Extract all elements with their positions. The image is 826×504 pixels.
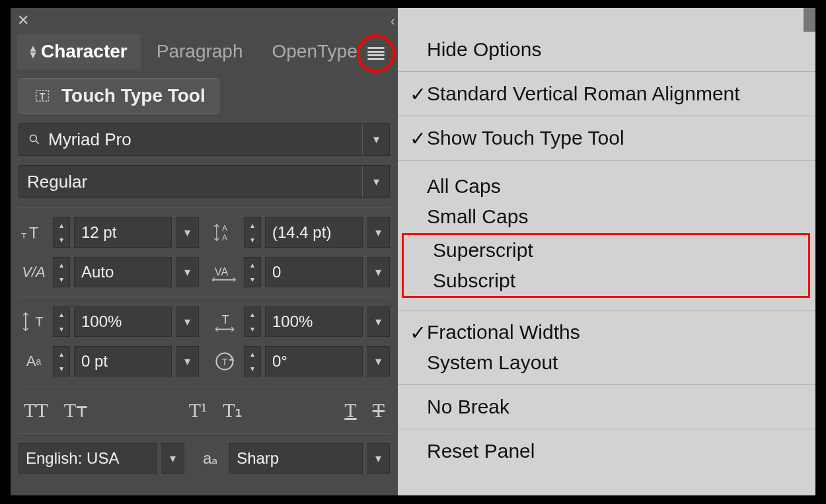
all-caps-toggle[interactable]: TT (24, 399, 48, 421)
svg-text:A: A (222, 233, 228, 242)
menu-item-small-caps[interactable]: Small Caps (398, 201, 815, 232)
chevron-down-icon[interactable]: ▾ (362, 124, 389, 155)
check-icon: ✓ (410, 83, 427, 106)
menu-separator (398, 160, 815, 161)
chevron-down-icon[interactable]: ▾ (367, 346, 390, 377)
subscript-toggle[interactable]: T₁ (223, 398, 243, 421)
horizontal-scale-control: T ▴▾ 100% ▾ (209, 306, 390, 337)
strikethrough-toggle[interactable]: T (373, 399, 385, 421)
menu-item-subscript[interactable]: Subscript (404, 266, 808, 296)
font-style-value: Regular (27, 172, 87, 192)
antialias-dropdown[interactable]: aₐ Sharp ▾ (195, 443, 390, 474)
antialias-icon: aₐ (195, 445, 225, 472)
menu-label: Standard Vertical Roman Alignment (427, 83, 740, 105)
touch-type-tool-label: Touch Type Tool (61, 85, 206, 106)
baseline-shift-stepper[interactable]: ▴▾ (53, 346, 70, 377)
font-size-stepper[interactable]: ▴▾ (53, 217, 70, 248)
tab-label: OpenType (272, 41, 357, 62)
underline-toggle[interactable]: T (344, 399, 356, 421)
menu-item-hide-options[interactable]: Hide Options (398, 34, 815, 65)
chevron-down-icon[interactable]: ▾ (176, 217, 199, 248)
menu-item-no-break[interactable]: No Break (398, 392, 815, 422)
menu-label: Small Caps (427, 205, 528, 228)
svg-text:T: T (221, 357, 227, 367)
tab-paragraph[interactable]: Paragraph (143, 34, 256, 69)
svg-text:ᴛ: ᴛ (21, 230, 26, 240)
panel-flyout-menu: Hide Options ✓ Standard Vertical Roman A… (398, 8, 815, 495)
tab-opentype[interactable]: OpenType (259, 34, 371, 69)
font-style-dropdown[interactable]: Regular ▾ (19, 165, 390, 198)
menu-separator (398, 116, 815, 116)
tab-character[interactable]: ▴▾ Character (17, 34, 141, 69)
tracking-stepper[interactable]: ▴▾ (244, 257, 261, 287)
close-icon[interactable]: ✕ (17, 13, 29, 28)
check-icon: ✓ (410, 321, 427, 344)
menu-label: Reset Panel (427, 440, 535, 462)
font-family-dropdown[interactable]: Myriad Pro ▾ (19, 123, 390, 156)
highlighted-region: Superscript Subscript (402, 233, 810, 298)
chevron-down-icon[interactable]: ▾ (176, 346, 199, 377)
chevron-down-icon[interactable]: ▾ (367, 443, 390, 474)
svg-text:T: T (35, 314, 43, 329)
chevron-down-icon[interactable]: ▾ (367, 306, 390, 337)
menu-separator (398, 384, 815, 385)
small-caps-toggle[interactable]: Tᴛ (64, 398, 87, 421)
chevron-down-icon[interactable]: ▾ (176, 257, 199, 287)
divider (19, 297, 390, 297)
language-value: English: USA (19, 443, 157, 474)
vertical-scale-icon: T (19, 308, 49, 335)
menu-label: Subscript (433, 270, 515, 292)
menu-label: Superscript (433, 239, 533, 262)
kerning-value[interactable]: Auto (74, 257, 172, 287)
tracking-value[interactable]: 0 (265, 257, 363, 287)
horizontal-scale-value[interactable]: 100% (265, 306, 363, 337)
font-family-value: Myriad Pro (48, 129, 131, 150)
menu-label: Hide Options (427, 38, 541, 61)
chevron-down-icon[interactable]: ▾ (176, 306, 199, 337)
horizontal-scale-stepper[interactable]: ▴▾ (244, 306, 261, 337)
font-size-value[interactable]: 12 pt (74, 217, 172, 248)
antialias-value: Sharp (229, 443, 363, 474)
svg-point-2 (30, 135, 36, 141)
leading-control: A A ▴▾ (14.4 pt) ▾ (209, 217, 390, 248)
tracking-control: VA ▴▾ 0 ▾ (209, 257, 390, 287)
menu-item-all-caps[interactable]: All Caps (398, 171, 815, 201)
menu-item-superscript[interactable]: Superscript (404, 235, 808, 266)
vertical-scale-value[interactable]: 100% (74, 306, 172, 337)
font-size-icon: ᴛT (19, 219, 49, 246)
tab-label: Character (41, 41, 128, 62)
scrollbar-thumb[interactable] (804, 8, 815, 32)
menu-item-reset-panel[interactable]: Reset Panel (398, 436, 815, 466)
menu-item-show-ttt[interactable]: ✓ Show Touch Type Tool (398, 123, 815, 153)
rotation-stepper[interactable]: ▴▾ (244, 346, 261, 377)
language-dropdown[interactable]: English: USA ▾ (19, 443, 184, 474)
collapse-icon[interactable]: ‹‹ (391, 13, 391, 28)
baseline-shift-value[interactable]: 0 pt (74, 346, 172, 377)
baseline-shift-icon: Aa (19, 348, 49, 375)
check-icon: ✓ (410, 127, 427, 150)
touch-type-tool-button[interactable]: T Touch Type Tool (19, 78, 219, 114)
leading-value[interactable]: (14.4 pt) (265, 217, 363, 248)
divider (19, 433, 390, 434)
kerning-icon: V/A (19, 259, 49, 285)
menu-item-std-vertical[interactable]: ✓ Standard Vertical Roman Alignment (398, 79, 815, 109)
leading-stepper[interactable]: ▴▾ (244, 217, 261, 248)
menu-item-fractional-widths[interactable]: ✓ Fractional Widths (398, 317, 815, 347)
chevron-down-icon[interactable]: ▾ (367, 217, 390, 248)
menu-separator (398, 429, 815, 429)
kerning-stepper[interactable]: ▴▾ (53, 257, 70, 287)
vertical-scale-stepper[interactable]: ▴▾ (53, 306, 70, 337)
leading-icon: A A (209, 219, 240, 246)
menu-separator (398, 310, 815, 310)
chevron-down-icon[interactable]: ▾ (367, 257, 390, 287)
rotation-icon: T (209, 348, 240, 375)
rotation-value[interactable]: 0° (265, 346, 363, 377)
menu-item-system-layout[interactable]: System Layout (398, 347, 815, 378)
panel-menu-icon[interactable] (367, 47, 385, 60)
panel-menu-highlight (357, 34, 395, 73)
panel-tabbar: ▴▾ Character Paragraph OpenType (11, 33, 398, 70)
chevron-down-icon[interactable]: ▾ (362, 166, 389, 198)
superscript-toggle[interactable]: T¹ (189, 399, 207, 421)
vertical-scale-control: T ▴▾ 100% ▾ (19, 306, 199, 337)
chevron-down-icon[interactable]: ▾ (161, 443, 184, 474)
